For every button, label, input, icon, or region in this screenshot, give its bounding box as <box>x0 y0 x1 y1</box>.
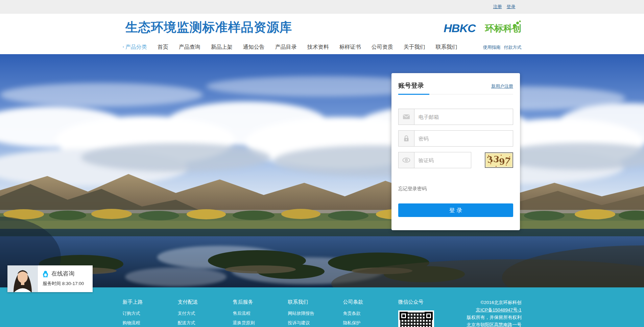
footer-col-contact: 联系我们 网站故障报告 投诉与建议 <box>288 299 343 327</box>
footer-heading: 公司条款 <box>343 299 398 305</box>
landscape-background-image <box>0 54 644 287</box>
nav-item-announcements[interactable]: 通知公告 <box>243 44 265 51</box>
nav-item-product-categories[interactable]: ·产品分类 <box>123 44 147 51</box>
login-panel: 账号登录 新用户注册 3397 忘记登 <box>391 73 520 230</box>
wechat-heading: 微信公众号 <box>398 299 456 305</box>
lock-icon <box>399 131 414 146</box>
rights-line: 版权所有，并保留所有权利 <box>456 314 522 321</box>
login-panel-header: 账号登录 新用户注册 <box>398 73 513 94</box>
header: 生态环境监测标准样品资源库 HBKC 环标科创 ·产品分类 首页 产品查询 新品… <box>0 14 644 54</box>
logo-dots-icon <box>512 20 521 28</box>
logo-hbkc-text: HBKC <box>444 22 482 35</box>
footer: 新手上路 订购方式 购物流程 支付配送 支付方式 配送方式 售后服务 售后流程 … <box>0 287 644 327</box>
eye-icon <box>399 152 414 168</box>
nav-item-contact-us[interactable]: 联系我们 <box>436 44 457 51</box>
footer-link-privacy[interactable]: 隐私保护 <box>343 320 398 326</box>
footer-col-wechat: 微信公众号 <box>398 299 456 327</box>
qq-penguin-icon <box>43 270 48 277</box>
password-field-row <box>398 130 513 147</box>
footer-link-disclaimer[interactable]: 免责条款 <box>343 310 398 317</box>
consult-info: 在线咨询 服务时间 8:30-17:00 <box>38 265 93 292</box>
footer-copyright: ©2016北京环标科创 京ICP备15048947号-1 版权所有，并保留所有权… <box>456 299 522 327</box>
main-nav: ·产品分类 首页 产品查询 新品上架 通知公告 产品目录 技术资料 标样证书 公… <box>123 44 522 51</box>
envelope-icon <box>399 109 414 125</box>
captcha-field[interactable] <box>414 152 471 168</box>
captcha-image[interactable]: 3397 <box>485 152 513 168</box>
footer-col-payment-delivery: 支付配送 支付方式 配送方式 <box>178 299 233 327</box>
login-link[interactable]: 登录 <box>507 4 516 10</box>
top-bar: 注册 登录 <box>0 0 644 14</box>
hero-banner: 账号登录 新用户注册 3397 忘记登 <box>0 54 644 287</box>
login-heading: 账号登录 <box>398 81 424 90</box>
footer-link-complaints[interactable]: 投诉与建议 <box>288 320 343 326</box>
page-title: 生态环境监测标准样品资源库 <box>125 19 292 36</box>
footer-link-payment-method[interactable]: 支付方式 <box>178 310 233 317</box>
online-consult-widget[interactable]: 在线咨询 服务时间 8:30-17:00 <box>7 265 93 292</box>
nav-right-links: 使用指南 付款方式 <box>483 44 522 50</box>
footer-col-beginners: 新手上路 订购方式 购物流程 <box>123 299 178 327</box>
forgot-password-link[interactable]: 忘记登录密码 <box>398 186 427 192</box>
nav-item-certificates[interactable]: 标样证书 <box>339 44 361 51</box>
new-user-register-link[interactable]: 新用户注册 <box>491 83 513 90</box>
address-line: 北京市朝阳区高慧南路一号 <box>456 321 522 327</box>
footer-heading: 支付配送 <box>178 299 233 305</box>
company-logo: HBKC 环标科创 <box>444 22 521 35</box>
footer-link-delivery-method[interactable]: 配送方式 <box>178 320 233 326</box>
payment-methods-link[interactable]: 付款方式 <box>504 44 522 50</box>
footer-heading: 联系我们 <box>288 299 343 305</box>
footer-link-return-policy[interactable]: 退换货原则 <box>233 320 288 326</box>
user-guide-link[interactable]: 使用指南 <box>483 44 501 50</box>
nav-item-home[interactable]: 首页 <box>158 44 168 51</box>
register-link[interactable]: 注册 <box>493 4 502 10</box>
email-field[interactable] <box>414 109 513 125</box>
active-bullet-icon: · <box>123 44 124 50</box>
nav-item-about-us[interactable]: 关于我们 <box>404 44 425 51</box>
footer-link-shopping-process[interactable]: 购物流程 <box>123 320 178 326</box>
icp-license-link[interactable]: 京ICP备15048947号-1 <box>476 306 521 314</box>
wechat-qr-code <box>398 310 434 327</box>
password-field[interactable] <box>414 131 513 146</box>
nav-item-product-catalog[interactable]: 产品目录 <box>275 44 297 51</box>
nav-item-product-search[interactable]: 产品查询 <box>179 44 200 51</box>
footer-col-after-sales: 售后服务 售后流程 退换货原则 <box>233 299 288 327</box>
footer-heading: 新手上路 <box>123 299 178 305</box>
captcha-row: 3397 <box>398 152 513 168</box>
nav-item-qualifications[interactable]: 公司资质 <box>372 44 393 51</box>
nav-item-technical-docs[interactable]: 技术资料 <box>307 44 329 51</box>
nav-item-new-arrivals[interactable]: 新品上架 <box>211 44 233 51</box>
active-tab-underline <box>398 94 429 95</box>
footer-link-order-method[interactable]: 订购方式 <box>123 310 178 317</box>
footer-heading: 售后服务 <box>233 299 288 305</box>
copyright-line: ©2016北京环标科创 <box>456 299 522 306</box>
agent-avatar <box>7 265 38 292</box>
footer-col-terms: 公司条款 免责条款 隐私保护 <box>343 299 398 327</box>
footer-link-service-process[interactable]: 售后流程 <box>233 310 288 317</box>
email-field-row <box>398 109 513 125</box>
footer-link-site-fault-report[interactable]: 网站故障报告 <box>288 310 343 317</box>
consult-hours: 服务时间 8:30-17:00 <box>43 281 93 287</box>
login-submit-button[interactable]: 登 录 <box>398 203 513 217</box>
topbar-links: 注册 登录 <box>493 0 516 14</box>
consult-title: 在线咨询 <box>51 270 74 278</box>
captcha-field-row <box>398 152 471 168</box>
